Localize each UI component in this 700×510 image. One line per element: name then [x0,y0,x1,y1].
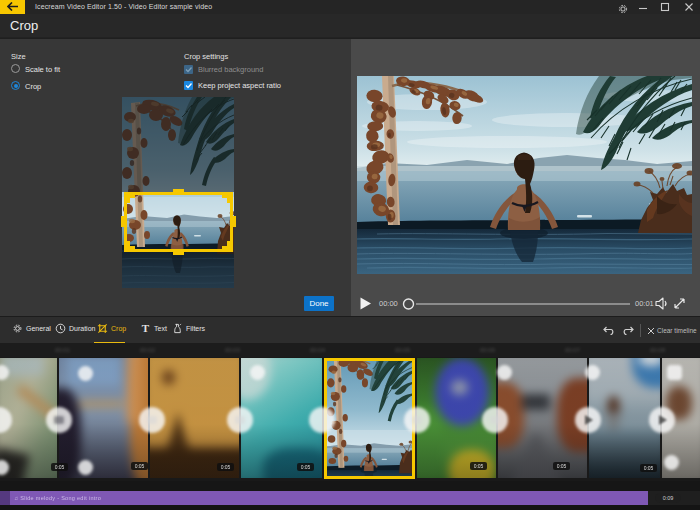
svg-text:T: T [142,323,150,334]
